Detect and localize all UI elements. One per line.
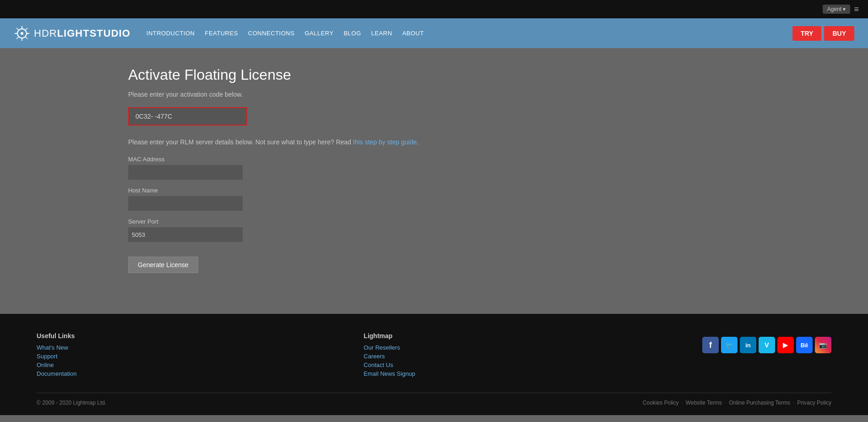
nav-introduction[interactable]: INTRODUCTION [146,30,195,37]
mac-address-input[interactable] [128,165,243,180]
host-name-label: Host Name [128,187,868,194]
top-bar-content: Agent ▾ ≡ [823,5,859,14]
page-title: Activate Floating License [128,66,868,83]
host-name-input[interactable] [128,196,243,211]
instagram-icon[interactable]: 📷 [815,337,831,353]
subtitle: Please enter your activation code below. [128,91,868,98]
footer-bottom: © 2009 - 2020 Lightmap Ltd. Cookies Poli… [37,393,831,406]
privacy-policy-link[interactable]: Privacy Policy [797,400,831,406]
svg-line-8 [26,28,27,30]
footer-bottom-links: Cookies Policy · Website Terms · Online … [643,400,831,406]
facebook-icon[interactable]: f [702,337,719,353]
hamburger-icon[interactable]: ≡ [854,5,859,14]
user-menu[interactable]: Agent ▾ [823,5,851,14]
navbar-left: HDRLIGHTSTUDIO INTRODUCTION FEATURES CON… [14,25,424,42]
mac-address-group: MAC Address [128,156,868,180]
lightmap-heading: Lightmap [363,332,415,340]
server-port-input[interactable]: 5053 [128,227,243,242]
nav-blog[interactable]: BLOG [344,30,361,37]
buy-button[interactable]: BUY [824,26,854,41]
svg-point-1 [21,32,23,35]
footer-link-careers[interactable]: Careers [363,353,415,360]
behance-icon[interactable]: Bē [796,337,813,353]
social-icons: f 🐦 in V ▶ Bē 📷 [702,337,831,353]
footer-link-online[interactable]: Online [37,362,76,368]
main-content: Activate Floating License Please enter y… [0,48,868,314]
footer-social: f 🐦 in V ▶ Bē 📷 [702,332,831,379]
generate-license-button[interactable]: Generate License [128,257,198,273]
top-bar: Agent ▾ ≡ [0,0,868,18]
footer-link-support[interactable]: Support [37,353,76,360]
mac-address-label: MAC Address [128,156,868,163]
nav-connections[interactable]: CONNECTIONS [248,30,295,37]
nav-links: INTRODUCTION FEATURES CONNECTIONS GALLER… [146,30,424,37]
footer-link-resellers[interactable]: Our Resellers [363,344,415,351]
useful-links-heading: Useful Links [37,332,76,340]
footer-link-contact[interactable]: Contact Us [363,362,415,368]
nav-about[interactable]: ABOUT [402,30,424,37]
navbar-right: TRY BUY [792,26,854,41]
server-port-label: Server Port [128,218,868,225]
footer-link-documentation[interactable]: Documentation [37,370,76,377]
host-name-group: Host Name [128,187,868,211]
server-port-group: Server Port 5053 [128,218,868,242]
logo-icon [14,25,30,42]
vimeo-icon[interactable]: V [759,337,775,353]
footer-lightmap: Lightmap Our Resellers Careers Contact U… [363,332,415,379]
nav-learn[interactable]: LEARN [371,30,392,37]
svg-line-6 [16,28,18,30]
nav-gallery[interactable]: GALLERY [304,30,333,37]
copyright: © 2009 - 2020 Lightmap Ltd. [37,400,106,406]
youtube-icon[interactable]: ▶ [777,337,794,353]
linkedin-icon[interactable]: in [740,337,756,353]
twitter-icon[interactable]: 🐦 [721,337,738,353]
nav-features[interactable]: FEATURES [205,30,238,37]
server-info-text: Please enter your RLM server details bel… [128,138,868,146]
svg-line-7 [26,37,27,39]
step-guide-link[interactable]: this step by step guide [353,138,417,146]
activation-code: 0C32- -477C [136,113,172,120]
footer: Useful Links What's New Support Online D… [0,314,868,415]
footer-link-news[interactable]: Email News Signup [363,370,415,377]
footer-top: Useful Links What's New Support Online D… [37,332,831,379]
cookies-policy-link[interactable]: Cookies Policy [643,400,679,406]
logo[interactable]: HDRLIGHTSTUDIO [14,25,130,42]
try-button[interactable]: TRY [792,26,821,41]
footer-link-whats-new[interactable]: What's New [37,344,76,351]
footer-useful-links: Useful Links What's New Support Online D… [37,332,76,379]
website-terms-link[interactable]: Website Terms [686,400,722,406]
svg-line-9 [16,37,18,39]
activation-code-box: 0C32- -477C [128,107,247,126]
logo-text: HDRLIGHTSTUDIO [34,27,130,39]
navbar: HDRLIGHTSTUDIO INTRODUCTION FEATURES CON… [0,18,868,48]
purchasing-terms-link[interactable]: Online Purchasing Terms [729,400,790,406]
